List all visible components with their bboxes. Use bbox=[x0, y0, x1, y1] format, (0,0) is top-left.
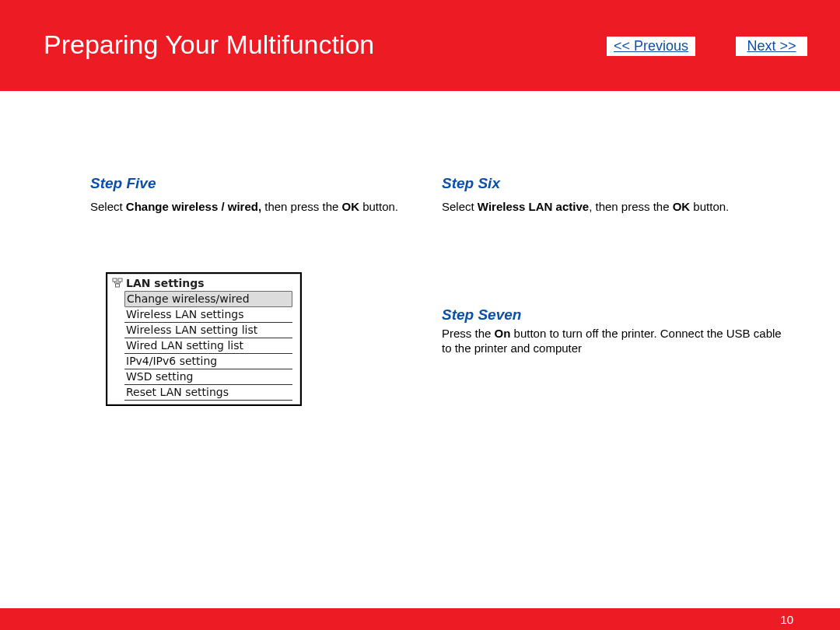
text: , then press the bbox=[589, 200, 673, 213]
svg-rect-2 bbox=[116, 284, 120, 287]
text: then press the bbox=[261, 200, 341, 213]
text: button. bbox=[690, 200, 729, 213]
step-seven: Step Seven Press the On button to turn o… bbox=[442, 306, 793, 356]
svg-rect-0 bbox=[113, 278, 117, 282]
text: Select bbox=[442, 200, 478, 213]
network-icon bbox=[112, 278, 123, 289]
column-left: Step Five Select Change wireless / wired… bbox=[90, 175, 442, 406]
step-six-heading: Step Six bbox=[442, 175, 793, 192]
lan-list: Change wireless/wired Wireless LAN setti… bbox=[124, 291, 292, 401]
text: Select bbox=[90, 200, 126, 213]
text: Press the bbox=[442, 327, 495, 340]
bold: OK bbox=[673, 200, 691, 213]
bold: Change wireless / wired, bbox=[126, 200, 261, 213]
next-button[interactable]: Next >> bbox=[736, 37, 807, 56]
content: Step Five Select Change wireless / wired… bbox=[0, 91, 840, 406]
lan-title-text: LAN settings bbox=[126, 277, 205, 289]
step-six: Step Six Select Wireless LAN active, the… bbox=[442, 175, 793, 215]
column-right: Step Six Select Wireless LAN active, the… bbox=[442, 175, 793, 406]
step-six-text: Select Wireless LAN active, then press t… bbox=[442, 200, 793, 215]
step-seven-text: Press the On button to turn off the prin… bbox=[442, 327, 793, 356]
previous-button[interactable]: << Previous bbox=[607, 37, 695, 56]
svg-rect-1 bbox=[118, 278, 122, 282]
lan-item-wsd[interactable]: WSD setting bbox=[124, 369, 292, 385]
bold: Wireless LAN active bbox=[478, 200, 589, 213]
lan-item-ipv4-ipv6[interactable]: IPv4/IPv6 setting bbox=[124, 354, 292, 369]
text: button. bbox=[359, 200, 398, 213]
lan-item-reset[interactable]: Reset LAN settings bbox=[124, 385, 292, 401]
lan-settings-panel: LAN settings Change wireless/wired Wirel… bbox=[106, 272, 302, 406]
lan-item-wired-setting-list[interactable]: Wired LAN setting list bbox=[124, 338, 292, 354]
lan-item-change-wireless-wired[interactable]: Change wireless/wired bbox=[124, 291, 292, 307]
nav-buttons: << Previous Next >> bbox=[607, 37, 807, 56]
page-number: 10 bbox=[780, 613, 793, 626]
step-five-text: Select Change wireless / wired, then pre… bbox=[90, 200, 442, 215]
step-seven-heading: Step Seven bbox=[442, 306, 793, 324]
step-five: Step Five Select Change wireless / wired… bbox=[90, 175, 442, 215]
lan-item-wireless-setting-list[interactable]: Wireless LAN setting list bbox=[124, 323, 292, 338]
bold: OK bbox=[342, 200, 360, 213]
lan-panel-title: LAN settings bbox=[112, 277, 296, 291]
header: Preparing Your Multifunction << Previous… bbox=[0, 0, 840, 91]
footer: 10 bbox=[0, 608, 840, 630]
step-five-heading: Step Five bbox=[90, 175, 442, 192]
bold: On bbox=[495, 327, 511, 340]
lan-item-wireless-settings[interactable]: Wireless LAN settings bbox=[124, 307, 292, 323]
